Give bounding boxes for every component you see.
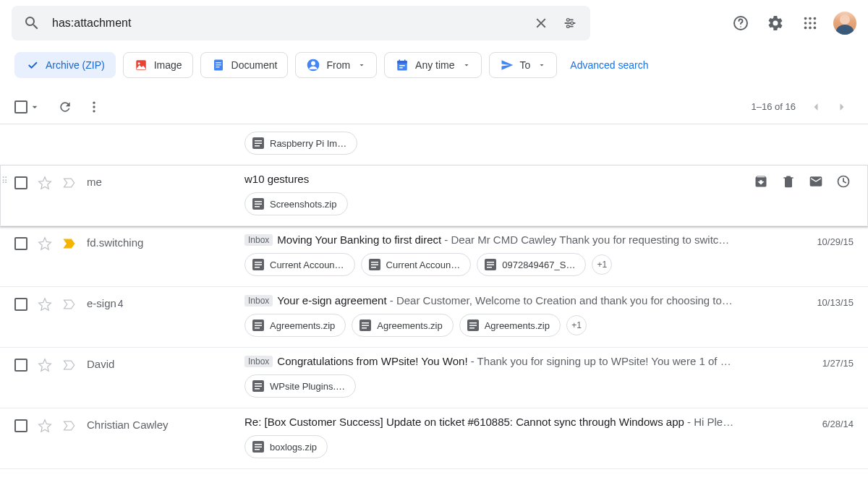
more-button[interactable] [82, 95, 106, 119]
mark-read-icon[interactable] [809, 174, 823, 189]
attachments: Current Accoun…Current Accoun…0972849467… [244, 253, 796, 276]
svg-point-7 [814, 17, 817, 20]
chip-label: Document [231, 59, 278, 71]
subject-line: InboxCongratulations from WPsite! You Wo… [244, 355, 796, 367]
file-icon [485, 259, 496, 270]
attachment-chip[interactable]: WPsite Plugins.… [244, 374, 356, 398]
chip-archive-zip[interactable]: Archive (ZIP) [14, 52, 116, 78]
importance-icon[interactable] [62, 176, 77, 190]
row-checkbox[interactable] [14, 419, 27, 432]
next-page-button[interactable] [830, 95, 854, 119]
attachment-chip[interactable]: Agreements.zip [459, 314, 561, 337]
search-input[interactable] [46, 17, 527, 30]
importance-icon[interactable] [62, 419, 77, 433]
inbox-label[interactable]: Inbox [244, 356, 273, 367]
svg-point-15 [137, 62, 140, 64]
svg-point-8 [804, 22, 807, 25]
attachment-chip[interactable]: Screenshots.zip [244, 192, 348, 215]
header [0, 0, 868, 46]
attachment-name: Agreements.zip [377, 320, 442, 331]
importance-icon[interactable] [62, 358, 77, 372]
row-content: InboxCongratulations from WPsite! You Wo… [244, 355, 796, 398]
row-controls [14, 124, 87, 127]
search-options-icon[interactable] [556, 9, 584, 38]
attachment-chip[interactable]: boxlogs.zip [244, 435, 328, 458]
send-icon [500, 58, 514, 72]
star-icon[interactable] [38, 358, 52, 372]
attachment-chip[interactable]: Current Accoun… [244, 253, 355, 276]
document-icon [211, 58, 226, 72]
row-controls [14, 294, 87, 312]
refresh-button[interactable] [54, 95, 77, 119]
importance-icon[interactable] [62, 297, 77, 312]
subject-line: InboxYour e-sign agreement - Dear Custom… [244, 294, 796, 307]
file-icon [252, 198, 264, 210]
select-all[interactable] [14, 100, 41, 113]
attachment-chip[interactable]: Raspberry Pi Im… [244, 132, 357, 155]
file-icon [252, 259, 264, 270]
email-row[interactable]: ⠿ fd.switchingInboxMoving Your Banking t… [0, 226, 868, 287]
star-icon[interactable] [38, 419, 52, 433]
chevron-down-icon [29, 101, 41, 113]
star-icon[interactable] [38, 297, 52, 312]
file-icon [252, 441, 264, 453]
avatar[interactable] [833, 12, 856, 35]
chip-document[interactable]: Document [200, 52, 289, 78]
attachment-chip[interactable]: Agreements.zip [244, 314, 346, 337]
clear-search-icon[interactable] [527, 9, 556, 38]
email-list: ⠿Raspberry Pi Im…⠿ mew10 gesturesScreens… [0, 124, 868, 469]
attachments: Screenshots.zip [244, 192, 754, 215]
filter-chips-row: Archive (ZIP) Image Document From Any ti… [0, 46, 868, 90]
delete-icon[interactable] [781, 174, 796, 189]
svg-rect-19 [216, 67, 219, 67]
chip-any-time[interactable]: Any time [384, 52, 481, 78]
subject-line: w10 gestures [244, 173, 754, 185]
attachment-chip[interactable]: Agreements.zip [352, 314, 453, 337]
importance-icon[interactable] [62, 236, 77, 251]
settings-icon[interactable] [761, 9, 790, 38]
checkbox-icon [14, 100, 27, 113]
attachment-chip[interactable]: 0972849467_S… [477, 253, 586, 276]
svg-rect-26 [399, 65, 405, 67]
email-row[interactable]: ⠿ e-sign4InboxYour e-sign agreement - De… [0, 287, 868, 348]
apps-icon[interactable] [796, 9, 825, 38]
sender: e-sign4 [87, 294, 244, 309]
sender: me [87, 173, 244, 188]
star-icon[interactable] [38, 236, 52, 251]
email-row[interactable]: ⠿ DavidInboxCongratulations from WPsite!… [0, 348, 868, 408]
row-checkbox[interactable] [14, 176, 27, 189]
search-bar [12, 6, 590, 40]
star-icon[interactable] [38, 176, 52, 190]
attachment-chip[interactable]: Current Accoun… [361, 253, 472, 276]
chip-to[interactable]: To [489, 52, 558, 78]
svg-point-13 [814, 27, 817, 30]
chip-image[interactable]: Image [123, 52, 193, 78]
date: 10/13/15 [796, 294, 854, 308]
svg-point-2 [566, 25, 569, 28]
more-attachments[interactable]: +1 [566, 315, 587, 335]
email-row[interactable]: ⠿ mew10 gesturesScreenshots.zip [0, 166, 868, 226]
archive-icon[interactable] [754, 174, 768, 189]
svg-point-0 [566, 19, 569, 22]
chip-from[interactable]: From [295, 52, 377, 78]
sender: fd.switching [87, 233, 244, 249]
inbox-label[interactable]: Inbox [244, 234, 273, 246]
support-icon[interactable] [726, 9, 755, 38]
row-content: InboxYour e-sign agreement - Dear Custom… [244, 294, 796, 337]
drag-handle-icon[interactable]: ⠿ [1, 176, 7, 186]
email-row[interactable]: ⠿ Christian CawleyRe: [Box Customer Succ… [0, 408, 868, 469]
more-attachments[interactable]: +1 [592, 254, 612, 275]
file-icon [467, 320, 479, 331]
row-checkbox[interactable] [14, 298, 27, 311]
search-icon[interactable] [17, 9, 46, 38]
file-icon [252, 320, 264, 331]
row-checkbox[interactable] [14, 359, 27, 372]
snooze-icon[interactable] [836, 174, 851, 189]
prev-page-button[interactable] [804, 95, 827, 119]
inbox-label[interactable]: Inbox [244, 295, 273, 307]
row-checkbox[interactable] [14, 237, 27, 250]
advanced-search-link[interactable]: Advanced search [570, 59, 648, 71]
email-row[interactable]: ⠿Raspberry Pi Im… [0, 124, 868, 166]
chevron-down-icon [357, 61, 366, 69]
svg-point-10 [814, 22, 817, 25]
